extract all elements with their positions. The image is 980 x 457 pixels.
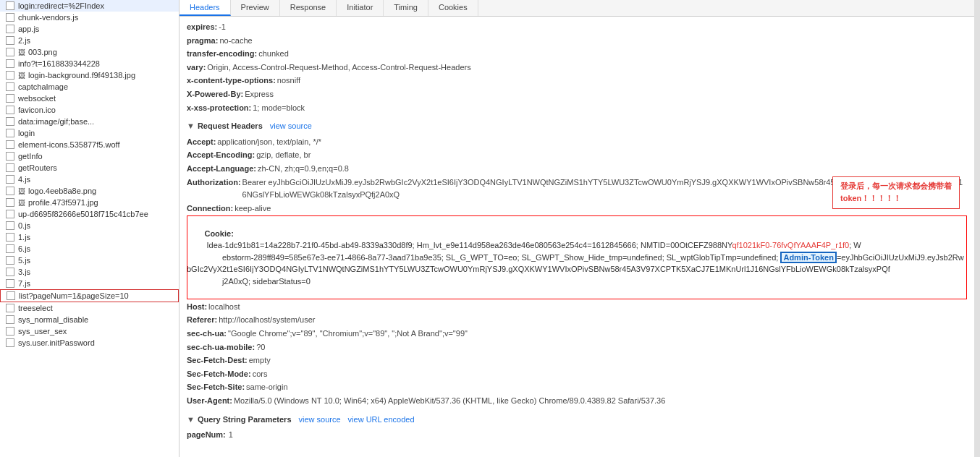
file-list-item[interactable]: 3.js — [0, 266, 179, 278]
file-checkbox[interactable] — [6, 48, 14, 56]
file-list-item[interactable]: data:image/gif;base... — [0, 116, 179, 127]
file-checkbox[interactable] — [6, 13, 14, 22]
file-list-item[interactable]: 1.js — [0, 231, 179, 243]
query-string-section: ▼ Query String Parameters view source vi… — [187, 414, 967, 427]
tab-preview[interactable]: Preview — [231, 0, 280, 16]
file-name: app.js — [18, 25, 39, 33]
xxss-key: x-xss-protection: — [187, 102, 251, 115]
file-checkbox[interactable] — [6, 233, 14, 242]
user-agent-val: Mozilla/5.0 (Windows NT 10.0; Win64; x64… — [234, 395, 665, 408]
image-icon: 🖼 — [18, 72, 25, 80]
sec-fetch-dest-key: Sec-Fetch-Dest: — [187, 354, 248, 367]
file-checkbox[interactable] — [6, 129, 14, 137]
file-name: sys.user.initPassword — [18, 338, 95, 347]
file-list-item[interactable]: favicon.ico — [0, 104, 179, 116]
view-source-link[interactable]: view source — [270, 120, 312, 133]
qs-triangle-icon[interactable]: ▼ — [187, 414, 195, 427]
tab-headers[interactable]: Headers — [179, 0, 231, 16]
admin-token-highlight: Admin-Token — [780, 252, 836, 263]
file-checkbox[interactable] — [6, 82, 14, 91]
query-string-title: Query String Parameters — [198, 414, 292, 427]
file-list-item[interactable]: sys_normal_disable — [0, 314, 179, 325]
file-checkbox[interactable] — [6, 210, 14, 218]
file-list-item[interactable]: 0.js — [0, 220, 179, 231]
file-name: captchaImage — [18, 82, 68, 91]
file-checkbox[interactable] — [6, 71, 14, 80]
file-list-item[interactable]: 🖼profile.473f5971.jpg — [0, 197, 179, 208]
file-checkbox[interactable] — [6, 304, 14, 312]
file-list-item[interactable]: 🖼login-background.f9f49138.jpg — [0, 69, 179, 81]
referer-val: http://localhost/system/user — [219, 314, 315, 327]
file-checkbox[interactable] — [6, 315, 14, 324]
file-checkbox[interactable] — [7, 291, 15, 300]
file-list-item[interactable]: element-icons.535877f5.woff — [0, 139, 179, 150]
file-name: 5.js — [18, 256, 30, 265]
file-checkbox[interactable] — [6, 268, 14, 276]
request-headers-section: ▼ Request Headers view source — [187, 120, 967, 133]
file-checkbox[interactable] — [6, 244, 14, 253]
sec-fetch-dest-val: empty — [249, 354, 271, 367]
file-checkbox[interactable] — [6, 25, 14, 33]
accept-row: Accept: application/json, text/plain, */… — [187, 136, 967, 149]
file-list-item[interactable]: 5.js — [0, 255, 179, 266]
file-name: 7.js — [18, 279, 30, 288]
xcto-row: x-content-type-options: nosniff — [187, 74, 967, 87]
file-checkbox[interactable] — [6, 152, 14, 161]
tab-response[interactable]: Response — [280, 0, 337, 16]
vary-key: vary: — [187, 61, 206, 74]
file-name: list?pageNum=1&pageSize=10 — [19, 291, 129, 300]
file-checkbox[interactable] — [6, 117, 14, 126]
triangle-icon[interactable]: ▼ — [187, 120, 195, 133]
file-checkbox[interactable] — [6, 106, 14, 114]
file-checkbox[interactable] — [6, 279, 14, 288]
file-checkbox[interactable] — [6, 327, 14, 336]
file-list-item[interactable]: app.js — [0, 23, 179, 35]
file-name: getRouters — [18, 163, 57, 172]
file-checkbox[interactable] — [6, 198, 14, 207]
file-list-item[interactable]: 4.js — [0, 174, 179, 185]
file-list-item[interactable]: login — [0, 127, 179, 139]
file-checkbox[interactable] — [6, 94, 14, 103]
file-list-item[interactable]: getInfo — [0, 150, 179, 162]
qs-view-source-link[interactable]: view source — [299, 414, 341, 427]
file-checkbox[interactable] — [6, 163, 14, 172]
file-list-item[interactable]: sys.user.initPassword — [0, 337, 179, 349]
file-name: info?t=1618839344228 — [18, 59, 100, 68]
file-list-item[interactable]: 2.js — [0, 35, 179, 46]
tab-timing[interactable]: Timing — [384, 0, 428, 16]
file-checkbox[interactable] — [6, 1, 14, 10]
file-list-item[interactable]: treeselect — [0, 302, 179, 314]
file-checkbox[interactable] — [6, 36, 14, 45]
file-list-item[interactable]: websocket — [0, 93, 179, 104]
file-checkbox[interactable] — [6, 256, 14, 265]
image-icon: 🖼 — [18, 187, 25, 195]
file-checkbox[interactable] — [6, 175, 14, 184]
file-checkbox[interactable] — [6, 338, 14, 347]
file-list-item[interactable]: 7.js — [0, 278, 179, 289]
param-val-pageNum: 1 — [229, 429, 233, 442]
sec-ch-ua-key: sec-ch-ua: — [187, 328, 227, 341]
file-checkbox[interactable] — [6, 59, 14, 68]
tab-cookies[interactable]: Cookies — [428, 0, 478, 16]
file-list-item[interactable]: chunk-vendors.js — [0, 12, 179, 23]
file-checkbox[interactable] — [6, 187, 14, 195]
file-list-item[interactable]: sys_user_sex — [0, 325, 179, 337]
file-list-item[interactable]: 🖼logo.4eeb8a8e.png — [0, 185, 179, 197]
file-checkbox[interactable] — [6, 221, 14, 230]
xcto-key: x-content-type-options: — [187, 74, 276, 87]
qs-view-url-encoded-link[interactable]: view URL encoded — [348, 414, 415, 427]
accept-encoding-row: Accept-Encoding: gzip, deflate, br — [187, 149, 967, 162]
file-list-item[interactable]: up-d6695f82666e5018f715c41cb7ee — [0, 208, 179, 220]
file-checkbox[interactable] — [6, 140, 14, 149]
file-list-item[interactable]: getRouters — [0, 162, 179, 174]
file-list-item[interactable]: captchaImage — [0, 81, 179, 93]
tab-initiator[interactable]: Initiator — [337, 0, 384, 16]
xpb-val: Express — [245, 88, 274, 101]
file-list-item[interactable]: 🖼003.png — [0, 46, 179, 58]
scrollbar[interactable] — [974, 0, 980, 457]
file-list-item[interactable]: 6.js — [0, 243, 179, 255]
image-icon: 🖼 — [18, 48, 25, 56]
file-list-item[interactable]: list?pageNum=1&pageSize=10 — [0, 289, 179, 302]
file-list-item[interactable]: login:redirect=%2FIndex — [0, 0, 179, 12]
file-list-item[interactable]: info?t=1618839344228 — [0, 58, 179, 69]
